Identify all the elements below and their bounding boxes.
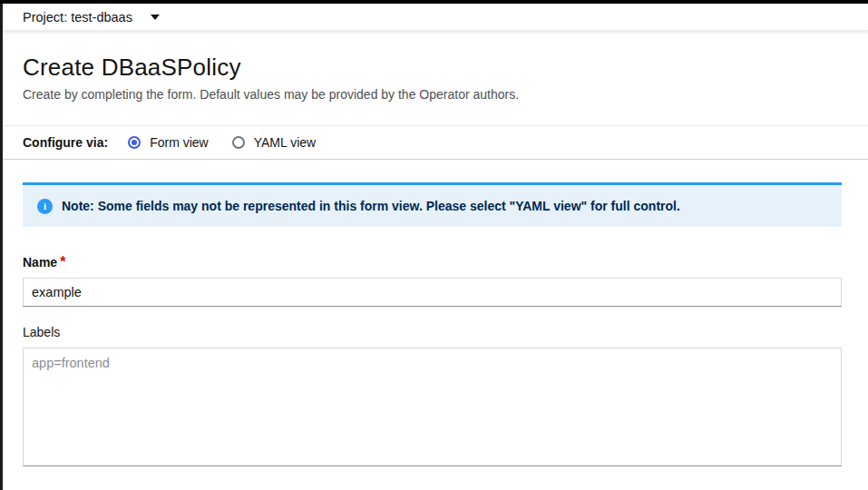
name-field-label: Name [23, 255, 57, 270]
info-circle-icon: i [37, 199, 53, 214]
configure-via-row: Configure via: Form view YAML view [0, 126, 868, 160]
project-selector-dropdown[interactable]: Project: test-dbaas [23, 10, 160, 24]
info-alert: i Note: Some fields may not be represent… [23, 182, 842, 227]
caret-down-icon [151, 15, 160, 20]
radio-option-form-view[interactable]: Form view [128, 135, 209, 150]
radio-option-yaml-view[interactable]: YAML view [232, 135, 316, 150]
form-content: i Note: Some fields may not be represent… [0, 160, 868, 466]
radio-yaml-view-icon[interactable] [232, 136, 245, 149]
window-top-edge [0, 0, 868, 4]
labels-field-label: Labels [23, 325, 60, 339]
required-indicator: * [60, 254, 65, 270]
labels-input[interactable] [23, 348, 842, 466]
page-subtitle: Create by completing the form. Default v… [23, 87, 845, 103]
project-bar: Project: test-dbaas [0, 4, 868, 31]
page-title: Create DBaaSPolicy [23, 53, 845, 82]
labels-form-group: Labels [23, 324, 842, 466]
radio-form-view-icon[interactable] [128, 136, 141, 149]
radio-yaml-view-label: YAML view [254, 135, 316, 150]
info-alert-text: Note: Some fields may not be represented… [62, 197, 680, 215]
page-header: Create DBaaSPolicy Create by completing … [0, 31, 868, 126]
configure-via-label: Configure via: [23, 135, 108, 150]
window-left-edge [0, 0, 3, 490]
radio-form-view-label: Form view [150, 135, 209, 150]
project-selector-label: Project: test-dbaas [23, 10, 132, 24]
name-form-group: Name* [23, 254, 842, 307]
name-input[interactable] [23, 278, 842, 307]
